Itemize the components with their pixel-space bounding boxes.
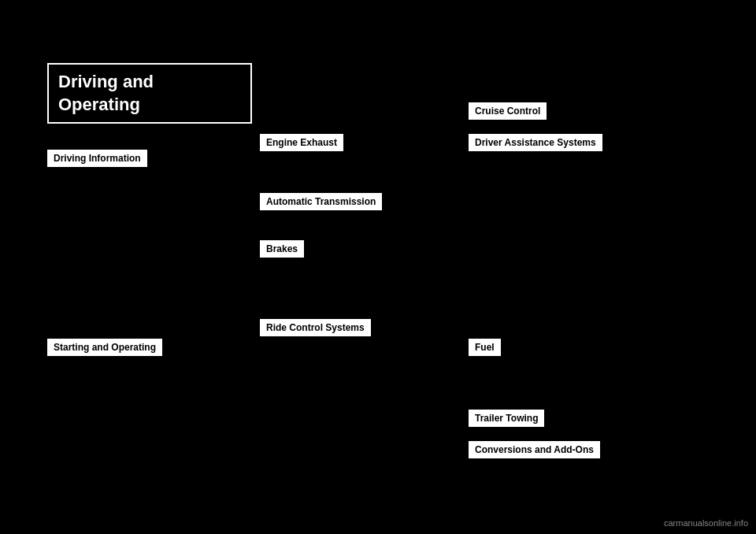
cruise-control-label[interactable]: Cruise Control: [469, 102, 547, 120]
col1-driving-info-item[interactable]: Driving Information: [47, 150, 147, 167]
col3-driver-assistance-item[interactable]: Driver Assistance Systems: [469, 134, 602, 151]
col2-brakes-item[interactable]: Brakes: [260, 240, 304, 258]
fuel-label[interactable]: Fuel: [469, 339, 501, 356]
starting-operating-label[interactable]: Starting and Operating: [47, 339, 162, 356]
col2-auto-trans-item[interactable]: Automatic Transmission: [260, 193, 382, 210]
col3-fuel-item[interactable]: Fuel: [469, 339, 501, 356]
col2-ride-control-item[interactable]: Ride Control Systems: [260, 319, 371, 336]
watermark-text: carmanualsonline.info: [664, 518, 748, 528]
title-line2: Operating: [58, 95, 140, 114]
page-title: Driving and Operating: [58, 71, 241, 116]
driving-information-label[interactable]: Driving Information: [47, 150, 147, 167]
conversions-add-ons-label[interactable]: Conversions and Add-Ons: [469, 441, 600, 458]
watermark: carmanualsonline.info: [664, 518, 748, 528]
brakes-label[interactable]: Brakes: [260, 240, 304, 258]
title-line1: Driving and: [58, 72, 154, 91]
page-container: Driving and Operating Driving Informatio…: [0, 0, 756, 534]
col3-trailer-towing-item[interactable]: Trailer Towing: [469, 410, 544, 427]
driver-assistance-systems-label[interactable]: Driver Assistance Systems: [469, 134, 602, 151]
col3-conversions-item[interactable]: Conversions and Add-Ons: [469, 441, 600, 458]
col1-starting-item[interactable]: Starting and Operating: [47, 339, 162, 356]
title-block: Driving and Operating: [47, 63, 252, 124]
trailer-towing-label[interactable]: Trailer Towing: [469, 410, 544, 427]
col3-cruise-control-item[interactable]: Cruise Control: [469, 102, 547, 120]
col2-engine-exhaust-item[interactable]: Engine Exhaust: [260, 134, 343, 151]
engine-exhaust-label[interactable]: Engine Exhaust: [260, 134, 343, 151]
ride-control-systems-label[interactable]: Ride Control Systems: [260, 319, 371, 336]
automatic-transmission-label[interactable]: Automatic Transmission: [260, 193, 382, 210]
